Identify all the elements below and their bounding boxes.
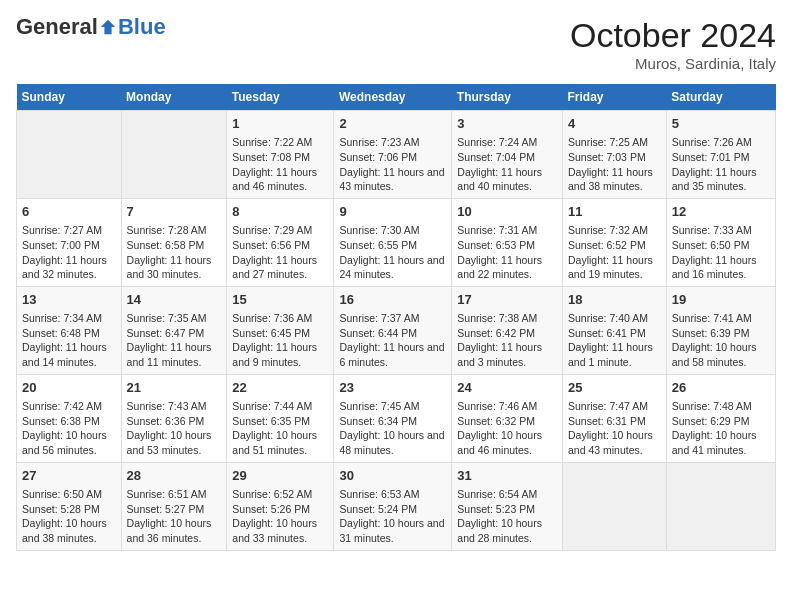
day-info: Sunrise: 7:30 AMSunset: 6:55 PMDaylight:…: [339, 223, 446, 282]
calendar-table: SundayMondayTuesdayWednesdayThursdayFrid…: [16, 84, 776, 551]
calendar-cell: 2Sunrise: 7:23 AMSunset: 7:06 PMDaylight…: [334, 111, 452, 199]
day-info: Sunrise: 7:26 AMSunset: 7:01 PMDaylight:…: [672, 135, 770, 194]
day-number: 2: [339, 115, 446, 133]
svg-marker-0: [101, 20, 115, 34]
day-number: 5: [672, 115, 770, 133]
day-info: Sunrise: 7:47 AMSunset: 6:31 PMDaylight:…: [568, 399, 661, 458]
calendar-cell: 11Sunrise: 7:32 AMSunset: 6:52 PMDayligh…: [563, 198, 667, 286]
day-header-saturday: Saturday: [666, 84, 775, 111]
day-info: Sunrise: 7:29 AMSunset: 6:56 PMDaylight:…: [232, 223, 328, 282]
day-info: Sunrise: 7:48 AMSunset: 6:29 PMDaylight:…: [672, 399, 770, 458]
day-info: Sunrise: 7:23 AMSunset: 7:06 PMDaylight:…: [339, 135, 446, 194]
day-number: 6: [22, 203, 116, 221]
day-info: Sunrise: 7:38 AMSunset: 6:42 PMDaylight:…: [457, 311, 557, 370]
day-info: Sunrise: 7:34 AMSunset: 6:48 PMDaylight:…: [22, 311, 116, 370]
calendar-cell: 28Sunrise: 6:51 AMSunset: 5:27 PMDayligh…: [121, 462, 227, 550]
day-info: Sunrise: 7:35 AMSunset: 6:47 PMDaylight:…: [127, 311, 222, 370]
calendar-cell: 16Sunrise: 7:37 AMSunset: 6:44 PMDayligh…: [334, 286, 452, 374]
calendar-cell: 21Sunrise: 7:43 AMSunset: 6:36 PMDayligh…: [121, 374, 227, 462]
calendar-cell: 1Sunrise: 7:22 AMSunset: 7:08 PMDaylight…: [227, 111, 334, 199]
calendar-cell: 30Sunrise: 6:53 AMSunset: 5:24 PMDayligh…: [334, 462, 452, 550]
day-number: 28: [127, 467, 222, 485]
calendar-cell: 10Sunrise: 7:31 AMSunset: 6:53 PMDayligh…: [452, 198, 563, 286]
day-number: 14: [127, 291, 222, 309]
day-number: 24: [457, 379, 557, 397]
day-number: 25: [568, 379, 661, 397]
day-info: Sunrise: 7:40 AMSunset: 6:41 PMDaylight:…: [568, 311, 661, 370]
day-header-thursday: Thursday: [452, 84, 563, 111]
day-info: Sunrise: 6:54 AMSunset: 5:23 PMDaylight:…: [457, 487, 557, 546]
day-number: 1: [232, 115, 328, 133]
logo-text: General Blue: [16, 16, 166, 38]
calendar-cell: 12Sunrise: 7:33 AMSunset: 6:50 PMDayligh…: [666, 198, 775, 286]
calendar-week-row: 13Sunrise: 7:34 AMSunset: 6:48 PMDayligh…: [17, 286, 776, 374]
day-number: 15: [232, 291, 328, 309]
day-info: Sunrise: 7:25 AMSunset: 7:03 PMDaylight:…: [568, 135, 661, 194]
day-info: Sunrise: 6:51 AMSunset: 5:27 PMDaylight:…: [127, 487, 222, 546]
day-header-sunday: Sunday: [17, 84, 122, 111]
day-info: Sunrise: 7:37 AMSunset: 6:44 PMDaylight:…: [339, 311, 446, 370]
logo-general: General: [16, 16, 98, 38]
calendar-cell: 19Sunrise: 7:41 AMSunset: 6:39 PMDayligh…: [666, 286, 775, 374]
day-number: 11: [568, 203, 661, 221]
calendar-cell: 17Sunrise: 7:38 AMSunset: 6:42 PMDayligh…: [452, 286, 563, 374]
calendar-cell: 27Sunrise: 6:50 AMSunset: 5:28 PMDayligh…: [17, 462, 122, 550]
day-info: Sunrise: 7:46 AMSunset: 6:32 PMDaylight:…: [457, 399, 557, 458]
day-number: 23: [339, 379, 446, 397]
calendar-cell: 24Sunrise: 7:46 AMSunset: 6:32 PMDayligh…: [452, 374, 563, 462]
day-info: Sunrise: 7:32 AMSunset: 6:52 PMDaylight:…: [568, 223, 661, 282]
calendar-cell: 20Sunrise: 7:42 AMSunset: 6:38 PMDayligh…: [17, 374, 122, 462]
calendar-cell: 31Sunrise: 6:54 AMSunset: 5:23 PMDayligh…: [452, 462, 563, 550]
day-number: 16: [339, 291, 446, 309]
calendar-cell: 25Sunrise: 7:47 AMSunset: 6:31 PMDayligh…: [563, 374, 667, 462]
calendar-cell: [563, 462, 667, 550]
calendar-cell: 5Sunrise: 7:26 AMSunset: 7:01 PMDaylight…: [666, 111, 775, 199]
day-info: Sunrise: 7:28 AMSunset: 6:58 PMDaylight:…: [127, 223, 222, 282]
calendar-cell: 6Sunrise: 7:27 AMSunset: 7:00 PMDaylight…: [17, 198, 122, 286]
calendar-cell: 9Sunrise: 7:30 AMSunset: 6:55 PMDaylight…: [334, 198, 452, 286]
day-number: 3: [457, 115, 557, 133]
day-info: Sunrise: 7:31 AMSunset: 6:53 PMDaylight:…: [457, 223, 557, 282]
day-info: Sunrise: 7:41 AMSunset: 6:39 PMDaylight:…: [672, 311, 770, 370]
day-number: 8: [232, 203, 328, 221]
title-block: October 2024 Muros, Sardinia, Italy: [570, 16, 776, 72]
day-number: 4: [568, 115, 661, 133]
calendar-week-row: 6Sunrise: 7:27 AMSunset: 7:00 PMDaylight…: [17, 198, 776, 286]
day-info: Sunrise: 7:44 AMSunset: 6:35 PMDaylight:…: [232, 399, 328, 458]
logo: General Blue: [16, 16, 166, 38]
day-number: 19: [672, 291, 770, 309]
day-info: Sunrise: 6:53 AMSunset: 5:24 PMDaylight:…: [339, 487, 446, 546]
day-info: Sunrise: 7:42 AMSunset: 6:38 PMDaylight:…: [22, 399, 116, 458]
calendar-cell: 13Sunrise: 7:34 AMSunset: 6:48 PMDayligh…: [17, 286, 122, 374]
day-info: Sunrise: 7:22 AMSunset: 7:08 PMDaylight:…: [232, 135, 328, 194]
day-number: 18: [568, 291, 661, 309]
day-header-friday: Friday: [563, 84, 667, 111]
calendar-cell: 15Sunrise: 7:36 AMSunset: 6:45 PMDayligh…: [227, 286, 334, 374]
day-info: Sunrise: 7:27 AMSunset: 7:00 PMDaylight:…: [22, 223, 116, 282]
calendar-cell: 4Sunrise: 7:25 AMSunset: 7:03 PMDaylight…: [563, 111, 667, 199]
calendar-cell: [121, 111, 227, 199]
month-title: October 2024: [570, 16, 776, 55]
day-number: 29: [232, 467, 328, 485]
day-number: 17: [457, 291, 557, 309]
day-number: 31: [457, 467, 557, 485]
day-number: 30: [339, 467, 446, 485]
day-number: 9: [339, 203, 446, 221]
logo-blue: Blue: [118, 16, 166, 38]
calendar-cell: 3Sunrise: 7:24 AMSunset: 7:04 PMDaylight…: [452, 111, 563, 199]
calendar-cell: [17, 111, 122, 199]
day-number: 22: [232, 379, 328, 397]
day-header-tuesday: Tuesday: [227, 84, 334, 111]
day-number: 13: [22, 291, 116, 309]
calendar-week-row: 20Sunrise: 7:42 AMSunset: 6:38 PMDayligh…: [17, 374, 776, 462]
calendar-week-row: 27Sunrise: 6:50 AMSunset: 5:28 PMDayligh…: [17, 462, 776, 550]
calendar-cell: 14Sunrise: 7:35 AMSunset: 6:47 PMDayligh…: [121, 286, 227, 374]
logo-icon: [99, 18, 117, 36]
day-number: 21: [127, 379, 222, 397]
day-info: Sunrise: 6:50 AMSunset: 5:28 PMDaylight:…: [22, 487, 116, 546]
day-info: Sunrise: 6:52 AMSunset: 5:26 PMDaylight:…: [232, 487, 328, 546]
day-info: Sunrise: 7:45 AMSunset: 6:34 PMDaylight:…: [339, 399, 446, 458]
calendar-cell: 26Sunrise: 7:48 AMSunset: 6:29 PMDayligh…: [666, 374, 775, 462]
calendar-cell: 29Sunrise: 6:52 AMSunset: 5:26 PMDayligh…: [227, 462, 334, 550]
day-number: 12: [672, 203, 770, 221]
